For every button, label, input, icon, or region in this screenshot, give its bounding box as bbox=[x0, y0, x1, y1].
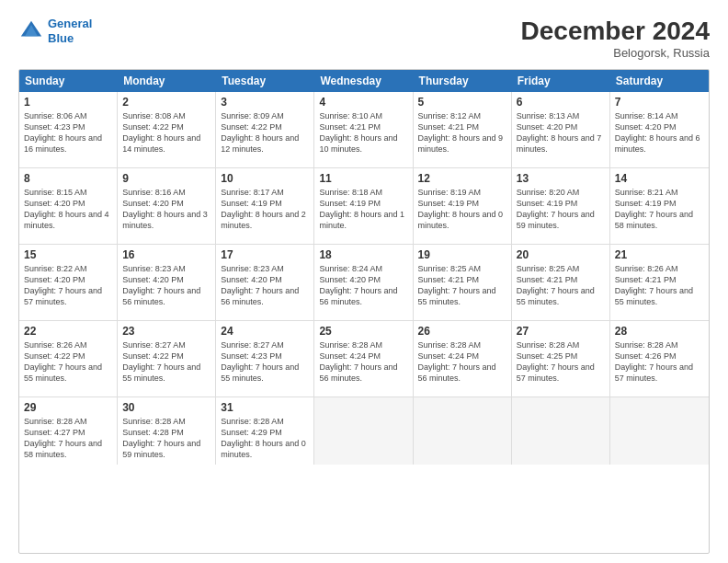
calendar-cell-1-5: 5Sunrise: 8:12 AM Sunset: 4:21 PM Daylig… bbox=[414, 92, 512, 167]
calendar-cell-3-3: 17Sunrise: 8:23 AM Sunset: 4:20 PM Dayli… bbox=[216, 245, 314, 320]
location: Belogorsk, Russia bbox=[521, 46, 710, 60]
day-info: Sunrise: 8:22 AM Sunset: 4:20 PM Dayligh… bbox=[24, 263, 112, 308]
day-number: 29 bbox=[24, 401, 112, 414]
day-info: Sunrise: 8:27 AM Sunset: 4:23 PM Dayligh… bbox=[221, 339, 309, 385]
logo-line1: General bbox=[48, 17, 92, 30]
calendar-cell-3-5: 19Sunrise: 8:25 AM Sunset: 4:21 PM Dayli… bbox=[414, 245, 512, 320]
day-info: Sunrise: 8:23 AM Sunset: 4:20 PM Dayligh… bbox=[122, 263, 210, 308]
day-info: Sunrise: 8:28 AM Sunset: 4:26 PM Dayligh… bbox=[615, 339, 704, 385]
calendar-row-3: 15Sunrise: 8:22 AM Sunset: 4:20 PM Dayli… bbox=[19, 244, 709, 320]
day-number: 16 bbox=[122, 248, 210, 261]
page: General Blue December 2024 Belogorsk, Ru… bbox=[0, 0, 728, 563]
weekday-saturday: Saturday bbox=[610, 70, 709, 92]
calendar-cell-5-7 bbox=[610, 397, 709, 465]
calendar-cell-2-4: 11Sunrise: 8:18 AM Sunset: 4:19 PM Dayli… bbox=[314, 168, 413, 244]
logo-icon bbox=[18, 18, 44, 44]
day-info: Sunrise: 8:28 AM Sunset: 4:27 PM Dayligh… bbox=[24, 416, 112, 461]
calendar-cell-3-2: 16Sunrise: 8:23 AM Sunset: 4:20 PM Dayli… bbox=[118, 245, 216, 320]
weekday-tuesday: Tuesday bbox=[216, 70, 314, 92]
calendar-cell-4-2: 23Sunrise: 8:27 AM Sunset: 4:22 PM Dayli… bbox=[118, 321, 216, 396]
calendar-body: 1Sunrise: 8:06 AM Sunset: 4:23 PM Daylig… bbox=[19, 92, 709, 465]
calendar: Sunday Monday Tuesday Wednesday Thursday… bbox=[18, 69, 710, 554]
day-info: Sunrise: 8:13 AM Sunset: 4:20 PM Dayligh… bbox=[517, 110, 605, 155]
day-number: 8 bbox=[24, 172, 112, 185]
day-number: 28 bbox=[615, 325, 704, 338]
day-number: 12 bbox=[418, 172, 506, 185]
day-number: 20 bbox=[517, 248, 605, 261]
day-info: Sunrise: 8:26 AM Sunset: 4:22 PM Dayligh… bbox=[24, 339, 112, 385]
day-number: 24 bbox=[221, 325, 309, 338]
day-number: 30 bbox=[122, 401, 210, 414]
calendar-cell-4-7: 28Sunrise: 8:28 AM Sunset: 4:26 PM Dayli… bbox=[610, 321, 709, 396]
day-number: 17 bbox=[221, 248, 309, 261]
day-info: Sunrise: 8:16 AM Sunset: 4:20 PM Dayligh… bbox=[122, 187, 210, 232]
weekday-sunday: Sunday bbox=[19, 70, 118, 92]
day-number: 21 bbox=[615, 248, 704, 261]
day-info: Sunrise: 8:28 AM Sunset: 4:24 PM Dayligh… bbox=[418, 339, 506, 385]
calendar-cell-4-1: 22Sunrise: 8:26 AM Sunset: 4:22 PM Dayli… bbox=[19, 321, 118, 396]
day-info: Sunrise: 8:28 AM Sunset: 4:24 PM Dayligh… bbox=[319, 339, 407, 385]
calendar-cell-3-6: 20Sunrise: 8:25 AM Sunset: 4:21 PM Dayli… bbox=[512, 245, 610, 320]
day-number: 18 bbox=[319, 248, 407, 261]
day-info: Sunrise: 8:24 AM Sunset: 4:20 PM Dayligh… bbox=[319, 263, 407, 308]
day-number: 27 bbox=[517, 325, 605, 338]
day-info: Sunrise: 8:08 AM Sunset: 4:22 PM Dayligh… bbox=[122, 110, 210, 155]
calendar-cell-4-4: 25Sunrise: 8:28 AM Sunset: 4:24 PM Dayli… bbox=[314, 321, 413, 396]
calendar-row-1: 1Sunrise: 8:06 AM Sunset: 4:23 PM Daylig… bbox=[19, 92, 709, 167]
calendar-cell-4-6: 27Sunrise: 8:28 AM Sunset: 4:25 PM Dayli… bbox=[512, 321, 610, 396]
calendar-cell-5-3: 31Sunrise: 8:28 AM Sunset: 4:29 PM Dayli… bbox=[216, 397, 314, 465]
day-info: Sunrise: 8:19 AM Sunset: 4:19 PM Dayligh… bbox=[418, 187, 506, 232]
calendar-cell-4-5: 26Sunrise: 8:28 AM Sunset: 4:24 PM Dayli… bbox=[414, 321, 512, 396]
day-info: Sunrise: 8:09 AM Sunset: 4:22 PM Dayligh… bbox=[221, 110, 309, 155]
day-number: 2 bbox=[122, 96, 210, 109]
day-info: Sunrise: 8:17 AM Sunset: 4:19 PM Dayligh… bbox=[221, 187, 309, 232]
day-info: Sunrise: 8:27 AM Sunset: 4:22 PM Dayligh… bbox=[122, 339, 210, 385]
calendar-cell-5-5 bbox=[414, 397, 512, 465]
day-number: 14 bbox=[615, 172, 704, 185]
day-number: 19 bbox=[418, 248, 506, 261]
calendar-cell-3-1: 15Sunrise: 8:22 AM Sunset: 4:20 PM Dayli… bbox=[19, 245, 118, 320]
day-number: 15 bbox=[24, 248, 112, 261]
calendar-cell-1-3: 3Sunrise: 8:09 AM Sunset: 4:22 PM Daylig… bbox=[216, 92, 314, 167]
day-number: 11 bbox=[319, 172, 407, 185]
calendar-cell-2-2: 9Sunrise: 8:16 AM Sunset: 4:20 PM Daylig… bbox=[118, 168, 216, 244]
logo-line2: Blue bbox=[48, 31, 74, 45]
weekday-thursday: Thursday bbox=[414, 70, 512, 92]
calendar-row-5: 29Sunrise: 8:28 AM Sunset: 4:27 PM Dayli… bbox=[19, 396, 709, 465]
day-info: Sunrise: 8:12 AM Sunset: 4:21 PM Dayligh… bbox=[418, 110, 506, 155]
calendar-cell-2-5: 12Sunrise: 8:19 AM Sunset: 4:19 PM Dayli… bbox=[414, 168, 512, 244]
day-info: Sunrise: 8:15 AM Sunset: 4:20 PM Dayligh… bbox=[24, 187, 112, 232]
calendar-cell-1-6: 6Sunrise: 8:13 AM Sunset: 4:20 PM Daylig… bbox=[512, 92, 610, 167]
calendar-cell-2-3: 10Sunrise: 8:17 AM Sunset: 4:19 PM Dayli… bbox=[216, 168, 314, 244]
day-info: Sunrise: 8:28 AM Sunset: 4:28 PM Dayligh… bbox=[122, 416, 210, 461]
day-number: 22 bbox=[24, 325, 112, 338]
calendar-cell-1-1: 1Sunrise: 8:06 AM Sunset: 4:23 PM Daylig… bbox=[19, 92, 118, 167]
day-info: Sunrise: 8:20 AM Sunset: 4:19 PM Dayligh… bbox=[517, 187, 605, 232]
weekday-friday: Friday bbox=[512, 70, 610, 92]
day-number: 9 bbox=[122, 172, 210, 185]
day-info: Sunrise: 8:10 AM Sunset: 4:21 PM Dayligh… bbox=[319, 110, 407, 155]
calendar-cell-3-7: 21Sunrise: 8:26 AM Sunset: 4:21 PM Dayli… bbox=[610, 245, 709, 320]
day-number: 3 bbox=[221, 96, 309, 109]
day-info: Sunrise: 8:25 AM Sunset: 4:21 PM Dayligh… bbox=[418, 263, 506, 308]
day-number: 10 bbox=[221, 172, 309, 185]
day-number: 13 bbox=[517, 172, 605, 185]
day-info: Sunrise: 8:14 AM Sunset: 4:20 PM Dayligh… bbox=[615, 110, 704, 155]
calendar-cell-3-4: 18Sunrise: 8:24 AM Sunset: 4:20 PM Dayli… bbox=[314, 245, 413, 320]
title-block: December 2024 Belogorsk, Russia bbox=[521, 17, 710, 60]
day-number: 6 bbox=[517, 96, 605, 109]
calendar-cell-4-3: 24Sunrise: 8:27 AM Sunset: 4:23 PM Dayli… bbox=[216, 321, 314, 396]
day-number: 26 bbox=[418, 325, 506, 338]
day-info: Sunrise: 8:18 AM Sunset: 4:19 PM Dayligh… bbox=[319, 187, 407, 232]
day-number: 4 bbox=[319, 96, 407, 109]
calendar-cell-2-6: 13Sunrise: 8:20 AM Sunset: 4:19 PM Dayli… bbox=[512, 168, 610, 244]
month-title: December 2024 bbox=[521, 17, 710, 46]
weekday-wednesday: Wednesday bbox=[314, 70, 413, 92]
logo: General Blue bbox=[18, 17, 92, 45]
day-info: Sunrise: 8:06 AM Sunset: 4:23 PM Dayligh… bbox=[24, 110, 112, 155]
day-info: Sunrise: 8:28 AM Sunset: 4:25 PM Dayligh… bbox=[517, 339, 605, 385]
day-info: Sunrise: 8:23 AM Sunset: 4:20 PM Dayligh… bbox=[221, 263, 309, 308]
day-number: 5 bbox=[418, 96, 506, 109]
calendar-row-2: 8Sunrise: 8:15 AM Sunset: 4:20 PM Daylig… bbox=[19, 167, 709, 244]
day-number: 1 bbox=[24, 96, 112, 109]
